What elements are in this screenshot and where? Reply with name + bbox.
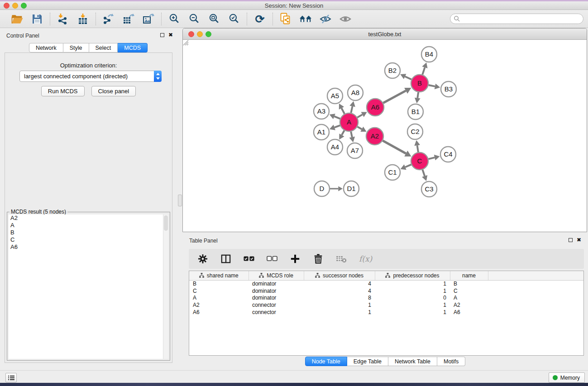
panel-splitter-handle[interactable] (178, 195, 182, 206)
zoom-out-icon[interactable] (188, 13, 201, 25)
mcds-result-item[interactable]: C (9, 236, 163, 243)
tab-motifs[interactable]: Motifs (437, 357, 465, 366)
open-folder-icon[interactable] (11, 13, 24, 25)
close-table-panel-icon[interactable]: ✖ (577, 238, 581, 242)
column-header[interactable]: shared name (189, 271, 249, 280)
graph-node-A[interactable]: A (340, 113, 358, 131)
graph-edge-A-A1[interactable] (335, 125, 340, 127)
table-cell[interactable]: A2 (189, 301, 249, 309)
table-cell[interactable]: 1 (375, 287, 450, 295)
column-header[interactable]: successor nodes (304, 271, 375, 280)
table-cell[interactable]: A2 (450, 301, 488, 309)
table-cell[interactable]: 1 (304, 301, 375, 309)
table-cell[interactable]: A (189, 295, 249, 302)
table-cell[interactable]: dominator (249, 287, 304, 295)
graph-node-A3[interactable]: A3 (314, 104, 329, 119)
table-cell[interactable]: B (189, 280, 249, 287)
graph-node-C1[interactable]: C1 (385, 165, 400, 180)
tab-style[interactable]: Style (63, 43, 89, 52)
graph-node-B2[interactable]: B2 (385, 63, 400, 78)
graph-node-A8[interactable]: A8 (348, 85, 363, 100)
table-cell[interactable]: A6 (450, 309, 488, 316)
table-cell[interactable]: dominator (249, 295, 304, 302)
tab-edge-table[interactable]: Edge Table (347, 357, 388, 366)
show-all-eye-icon[interactable] (339, 13, 352, 25)
graph-edge-A-A8[interactable] (351, 106, 352, 113)
first-neighbors-icon[interactable] (299, 13, 312, 25)
table-cell[interactable]: 1 (304, 309, 375, 316)
graph-edge-C-C4[interactable] (428, 157, 435, 159)
graph-edge-C-C2[interactable] (417, 145, 418, 152)
mcds-result-item[interactable]: A6 (9, 243, 163, 251)
graph-edge-C-C3[interactable] (422, 170, 425, 176)
tab-network[interactable]: Network (29, 43, 63, 52)
network-canvas[interactable]: AA1A2A3A4A5A6A7A8BB1B2B3B4CC1C2C3C4DD1 (183, 40, 587, 232)
table-cell[interactable]: 4 (304, 280, 375, 287)
unselect-all-columns-icon[interactable] (267, 253, 277, 264)
run-mcds-button[interactable]: Run MCDS (41, 86, 85, 96)
resize-grip-icon[interactable] (183, 40, 189, 46)
float-panel-icon[interactable] (160, 33, 164, 37)
table-cell[interactable]: 8 (304, 295, 375, 302)
delete-rows-trash-icon[interactable] (313, 253, 324, 264)
export-image-icon[interactable] (142, 13, 155, 25)
graph-node-A6[interactable]: A6 (367, 99, 384, 116)
table-cell[interactable]: B (450, 280, 488, 287)
table-cell[interactable]: connector (249, 301, 304, 309)
close-panel-icon[interactable]: ✖ (168, 33, 173, 37)
graph-node-D[interactable]: D (314, 181, 330, 196)
search-field[interactable] (450, 14, 583, 24)
mcds-result-item[interactable]: A (9, 222, 163, 229)
mcds-result-item[interactable]: A2 (9, 214, 163, 222)
function-builder-icon[interactable]: f(x) (359, 253, 372, 264)
graph-node-A2[interactable]: A2 (366, 128, 383, 145)
table-cell[interactable]: 1 (375, 309, 450, 316)
show-columns-icon[interactable] (220, 253, 231, 264)
table-cell[interactable]: 4 (304, 287, 375, 295)
graph-edge-A-A2[interactable] (357, 127, 362, 129)
table-cell[interactable]: 1 (375, 280, 450, 287)
result-scrollbar[interactable] (163, 214, 168, 359)
network-window-titlebar[interactable]: testGlobe.txt (183, 29, 587, 40)
column-header[interactable]: predecessor nodes (375, 271, 450, 280)
graph-node-B4[interactable]: B4 (421, 47, 437, 62)
tab-network-table[interactable]: Network Table (388, 357, 437, 366)
app-titlebar[interactable]: Session: New Session (0, 1, 588, 10)
graph-edge-B-B2[interactable] (405, 76, 411, 80)
table-row[interactable]: A6connector11A6 (189, 309, 584, 316)
tab-select[interactable]: Select (89, 43, 118, 52)
refresh-icon[interactable]: ⟳ (253, 13, 266, 25)
graph-node-D1[interactable]: D1 (344, 181, 359, 196)
graph-node-C[interactable]: C (411, 152, 428, 170)
graph-edge-B-B3[interactable] (429, 85, 435, 86)
graph-edge-A-A4[interactable] (342, 130, 344, 135)
table-options-gear-icon[interactable] (197, 253, 208, 264)
close-panel-button[interactable]: Close panel (91, 86, 136, 96)
graph-edge-A-A7[interactable] (351, 132, 352, 137)
task-history-button[interactable] (5, 373, 17, 382)
mcds-result-item[interactable]: B (9, 229, 163, 236)
graph-node-B[interactable]: B (411, 75, 428, 92)
graph-node-B3[interactable]: B3 (441, 81, 456, 97)
graph-edge-B-B4[interactable] (422, 67, 425, 75)
hide-selected-eye-icon[interactable] (319, 13, 332, 25)
zoom-selected-icon[interactable] (228, 13, 240, 25)
delete-table-icon[interactable] (336, 253, 347, 264)
mcds-result-list[interactable]: A2ABCA6 (9, 214, 163, 359)
graph-node-C3[interactable]: C3 (421, 181, 437, 197)
graph-edge-A-A3[interactable] (334, 116, 340, 119)
table-row[interactable]: Adominator80A (189, 295, 584, 302)
node-table[interactable]: shared nameMCDS rolesuccessor nodesprede… (189, 271, 584, 356)
table-cell[interactable]: C (189, 287, 249, 295)
export-table-icon[interactable] (122, 13, 135, 25)
graph-edge-A-A5[interactable] (341, 108, 344, 114)
import-table-icon[interactable] (76, 13, 89, 25)
graph-edge-C-C1[interactable] (405, 165, 411, 167)
select-all-columns-icon[interactable] (244, 253, 254, 264)
zoom-fit-icon[interactable] (208, 13, 220, 25)
criterion-dropdown[interactable]: largest connected component (directed) (19, 71, 162, 82)
table-cell[interactable]: 0 (375, 295, 450, 302)
save-session-icon[interactable] (31, 13, 43, 25)
column-header[interactable]: MCDS role (249, 271, 304, 280)
clone-network-icon[interactable] (279, 13, 292, 25)
